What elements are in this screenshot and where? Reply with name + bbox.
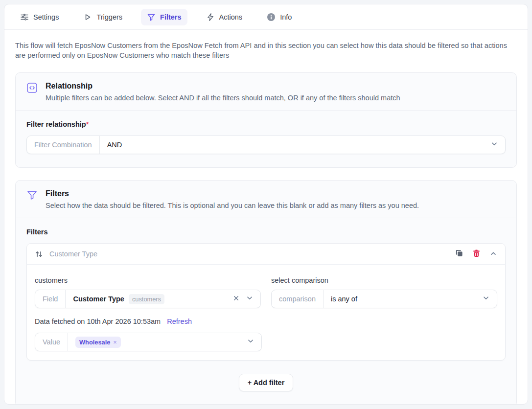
comparison-group-label: select comparison	[271, 276, 497, 284]
filter-item-body: customers Field Customer Type customers	[27, 265, 505, 360]
code-brackets-icon	[26, 82, 38, 102]
section-description: This flow will fetch EposNow Customers f…	[15, 41, 517, 60]
value-tag-wholesale: Wholesale ×	[75, 337, 121, 348]
relationship-subtitle: Multiple filters can be added below. Sel…	[46, 94, 400, 102]
filter-item: Customer Type	[26, 243, 506, 361]
field-source-badge: customers	[129, 294, 164, 304]
relationship-card-heading: Relationship Multiple filters can be add…	[46, 82, 400, 102]
fetch-status-text: Data fetched on 10th Apr 2026 10:53am	[35, 318, 161, 325]
collapse-filter-button[interactable]	[489, 250, 497, 259]
value-select[interactable]: Value Wholesale ×	[35, 333, 262, 351]
tab-triggers[interactable]: Triggers	[77, 9, 128, 25]
filter-combination-select[interactable]: Filter Combination AND	[26, 136, 506, 154]
tab-label: Triggers	[96, 13, 122, 21]
duplicate-filter-button[interactable]	[455, 249, 463, 259]
field-group: customers Field Customer Type customers	[35, 273, 261, 308]
filters-card-body: Filters Customer Type	[16, 218, 516, 405]
filter-relationship-label: Filter relationship*	[26, 120, 506, 128]
tab-bar: Settings Triggers Filters	[4, 4, 528, 30]
add-filter-button[interactable]: + Add filter	[239, 374, 294, 391]
filters-card-header: Filters Select how the data should be fi…	[16, 181, 516, 218]
settings-sliders-icon	[20, 13, 29, 22]
value-select-tags: Wholesale ×	[68, 337, 247, 348]
info-icon	[267, 13, 276, 22]
fetch-status-row: Data fetched on 10th Apr 2026 10:53am Re…	[35, 318, 497, 325]
field-group-label: customers	[35, 276, 261, 284]
sort-arrows-icon[interactable]	[35, 250, 43, 258]
tab-label: Settings	[33, 13, 59, 21]
relationship-card-header: Relationship Multiple filters can be add…	[16, 73, 516, 111]
filter-combination-value: AND	[100, 141, 490, 149]
value-select-prefix: Value	[35, 333, 68, 351]
tab-settings[interactable]: Settings	[14, 9, 65, 25]
relationship-title: Relationship	[46, 82, 400, 91]
filter-item-header: Customer Type	[27, 244, 505, 265]
comparison-group: select comparison comparison is any of	[271, 273, 497, 308]
flow-editor-card: Settings Triggers Filters	[4, 4, 528, 405]
chevron-down-icon[interactable]	[247, 337, 254, 347]
tab-label: Info	[280, 13, 292, 21]
filters-title: Filters	[46, 189, 419, 198]
comparison-select-value: is any of	[324, 295, 482, 303]
filter-item-name: Customer Type	[49, 250, 97, 258]
field-select[interactable]: Field Customer Type customers	[35, 290, 261, 308]
tab-info[interactable]: Info	[261, 9, 298, 25]
field-select-prefix: Field	[35, 290, 66, 308]
relationship-card: Relationship Multiple filters can be add…	[15, 72, 517, 168]
funnel-icon	[147, 13, 156, 22]
lightning-icon	[206, 13, 215, 22]
required-asterisk: *	[86, 120, 89, 128]
chevron-up-icon	[489, 250, 497, 259]
play-icon	[83, 13, 92, 22]
filters-subtitle: Select how the data should be filtered. …	[46, 202, 419, 209]
refresh-link[interactable]: Refresh	[167, 318, 192, 325]
trash-icon	[472, 249, 481, 259]
copy-icon	[455, 249, 463, 259]
tab-label: Filters	[160, 13, 182, 21]
tab-label: Actions	[219, 13, 243, 21]
tab-filters[interactable]: Filters	[141, 9, 187, 25]
tab-actions[interactable]: Actions	[200, 9, 249, 25]
filters-card-heading: Filters Select how the data should be fi…	[46, 189, 419, 209]
chevron-down-icon[interactable]	[482, 294, 490, 304]
chevron-down-icon[interactable]	[246, 294, 254, 304]
funnel-icon	[26, 190, 38, 209]
comparison-select[interactable]: comparison is any of	[271, 290, 497, 308]
comparison-select-prefix: comparison	[272, 290, 324, 308]
chevron-down-icon[interactable]	[490, 140, 498, 150]
relationship-card-body: Filter relationship* Filter Combination …	[16, 111, 516, 167]
filters-list-label: Filters	[26, 228, 506, 236]
filter-combination-prefix: Filter Combination	[27, 136, 100, 154]
delete-filter-button[interactable]	[472, 249, 481, 259]
filters-card: Filters Select how the data should be fi…	[15, 180, 517, 405]
remove-tag-icon[interactable]: ×	[113, 339, 116, 346]
close-icon[interactable]	[232, 295, 240, 304]
field-select-value: Customer Type customers	[66, 294, 232, 304]
